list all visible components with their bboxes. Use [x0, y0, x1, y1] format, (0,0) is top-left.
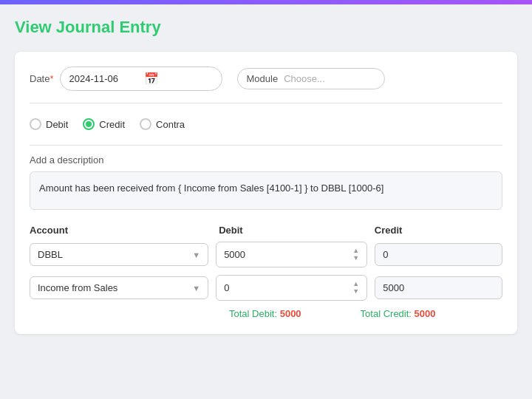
credit-input-2[interactable]: 5000 [375, 276, 502, 299]
accounts-table: Account Debit Credit DBBL ▼ 5000 ▲ ▼ 0 [30, 225, 502, 319]
col-account-header: Account [30, 225, 211, 236]
total-credit: Total Credit: 5000 [361, 308, 436, 319]
table-row: Income from Sales ▼ 0 ▲ ▼ 5000 [30, 275, 502, 301]
radio-debit[interactable]: Debit [30, 118, 68, 130]
table-row: DBBL ▼ 5000 ▲ ▼ 0 [30, 242, 502, 267]
total-credit-value: 5000 [415, 308, 436, 319]
date-field-group: Date* 2024-11-06 📅 [30, 66, 222, 91]
chevron-down-icon: ▼ [192, 250, 200, 259]
spinner-1[interactable]: ▲ ▼ [352, 248, 359, 262]
page-container: View Journal Entry Date* 2024-11-06 📅 Mo… [0, 4, 532, 347]
date-label: Date* [30, 73, 54, 84]
description-section: Add a description Amount has been receiv… [30, 154, 502, 210]
account-value-1: DBBL [38, 249, 63, 260]
total-debit-value: 5000 [280, 308, 301, 319]
radio-credit-circle[interactable] [83, 118, 95, 130]
divider-2 [30, 145, 502, 146]
date-input[interactable]: 2024-11-06 📅 [60, 66, 222, 91]
module-label: Module [247, 73, 279, 84]
description-box[interactable]: Amount has been received from { Income f… [30, 171, 502, 210]
total-debit: Total Debit: 5000 [229, 308, 301, 319]
module-field-group[interactable]: Module Choose... [237, 68, 385, 89]
chevron-down-icon: ▼ [192, 284, 200, 293]
radio-credit[interactable]: Credit [83, 118, 125, 130]
col-credit-header: Credit [367, 225, 502, 236]
radio-contra-circle[interactable] [140, 118, 151, 130]
debit-value-2: 0 [224, 282, 229, 293]
description-label: Add a description [30, 154, 502, 166]
account-value-2: Income from Sales [38, 282, 117, 293]
spin-down-icon[interactable]: ▼ [352, 255, 359, 262]
radio-contra[interactable]: Contra [140, 118, 185, 130]
col-debit-header: Debit [211, 225, 367, 236]
module-value: Choose... [284, 73, 325, 84]
journal-entry-card: Date* 2024-11-06 📅 Module Choose... Debi… [15, 52, 517, 334]
account-select-2[interactable]: Income from Sales ▼ [30, 276, 208, 299]
debit-input-1[interactable]: 5000 ▲ ▼ [216, 242, 367, 267]
spin-up-icon[interactable]: ▲ [352, 281, 359, 287]
divider-1 [30, 103, 502, 103]
account-select-1[interactable]: DBBL ▼ [30, 243, 208, 266]
date-module-row: Date* 2024-11-06 📅 Module Choose... [30, 66, 502, 91]
spin-down-icon[interactable]: ▼ [352, 288, 359, 295]
radio-debit-circle[interactable] [30, 118, 41, 130]
totals-row: Total Debit: 5000 Total Credit: 5000 [30, 308, 502, 319]
spin-up-icon[interactable]: ▲ [352, 248, 359, 254]
table-headers: Account Debit Credit [30, 225, 502, 236]
spinner-2[interactable]: ▲ ▼ [352, 281, 359, 295]
debit-value-1: 5000 [224, 249, 245, 260]
radio-group: Debit Credit Contra [30, 112, 502, 136]
credit-input-1[interactable]: 0 [375, 243, 502, 266]
debit-input-2[interactable]: 0 ▲ ▼ [216, 275, 367, 301]
calendar-icon[interactable]: 📅 [144, 72, 213, 86]
page-title: View Journal Entry [15, 18, 517, 37]
